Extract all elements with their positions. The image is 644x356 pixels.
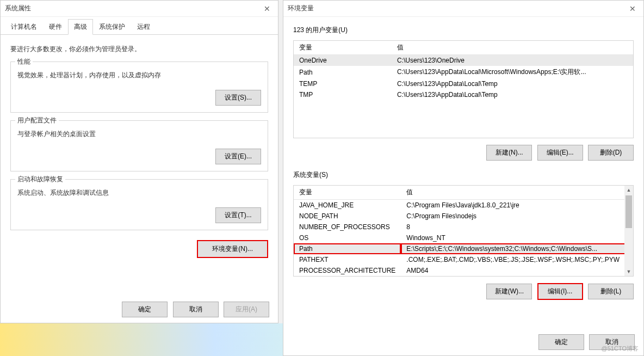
- sys-edit-button[interactable]: 编辑(I)...: [537, 283, 583, 300]
- titlebar: 环境变量 ✕: [283, 1, 643, 17]
- table-row[interactable]: JAVA_HOME_JREC:\Program Files\Java\jdk1.…: [294, 200, 633, 211]
- user-delete-button[interactable]: 删除(D): [588, 145, 634, 161]
- scroll-thumb[interactable]: [626, 195, 632, 228]
- group-desc: 视觉效果，处理器计划，内存使用，以及虚拟内存: [17, 71, 261, 80]
- admin-note: 要进行大多数更改，你必须作为管理员登录。: [10, 45, 268, 54]
- user-new-button[interactable]: 新建(N)...: [486, 145, 532, 161]
- scroll-up-icon[interactable]: ▲: [624, 186, 633, 194]
- var-value: Windows_NT: [401, 232, 633, 243]
- table-row[interactable]: OneDriveC:\Users\123\OneDrive: [294, 55, 633, 66]
- user-profile-group: 用户配置文件 与登录帐户相关的桌面设置 设置(E)...: [10, 120, 268, 171]
- tab-remote[interactable]: 远程: [131, 19, 156, 34]
- table-row[interactable]: PathE:\Scripts\;E:\;C:\Windows\system32;…: [294, 243, 633, 254]
- tab-protection[interactable]: 系统保护: [93, 19, 131, 34]
- watermark: @51CTO博客: [602, 345, 639, 353]
- ok-button[interactable]: 确定: [538, 334, 584, 350]
- user-edit-button[interactable]: 编辑(E)...: [537, 145, 583, 161]
- var-name: NODE_PATH: [294, 211, 401, 222]
- var-name: NUMBER_OF_PROCESSORS: [294, 222, 401, 232]
- table-row[interactable]: PATHEXT.COM;.EXE;.BAT;.CMD;.VBS;.VBE;.JS…: [294, 254, 633, 265]
- startup-group: 启动和故障恢复 系统启动、系统故障和调试信息 设置(T)...: [10, 179, 268, 230]
- col-variable[interactable]: 变量: [294, 186, 401, 200]
- env-variables-button[interactable]: 环境变量(N)...: [197, 240, 268, 258]
- tab-hardware[interactable]: 硬件: [43, 19, 68, 34]
- dialog-body: 要进行大多数更改，你必须作为管理员登录。 性能 视觉效果，处理器计划，内存使用，…: [1, 35, 278, 272]
- cancel-button[interactable]: 取消: [173, 302, 219, 317]
- titlebar: 系统属性 ✕: [1, 1, 278, 17]
- var-value: C:\Program Files\Java\jdk1.8.0_221\jre: [401, 200, 633, 211]
- var-value: C:\Users\123\AppData\Local\Microsoft\Win…: [392, 66, 633, 78]
- sys-vars-label: 系统变量(S): [293, 170, 634, 180]
- var-name: JAVA_HOME_JRE: [294, 200, 401, 211]
- system-properties-window: 系统属性 ✕ 计算机名 硬件 高级 系统保护 远程 要进行大多数更改，你必须作为…: [0, 0, 278, 323]
- group-desc: 系统启动、系统故障和调试信息: [17, 188, 261, 198]
- sys-vars-table[interactable]: 变量 值 JAVA_HOME_JREC:\Program Files\Java\…: [293, 185, 634, 277]
- dialog-button-row: 确定 取消 应用(A): [119, 302, 269, 317]
- profile-settings-button[interactable]: 设置(E)...: [215, 149, 261, 164]
- apply-button: 应用(A): [224, 302, 269, 317]
- user-vars-table[interactable]: 变量 值 OneDriveC:\Users\123\OneDrivePathC:…: [293, 40, 634, 138]
- group-legend: 启动和故障恢复: [15, 175, 65, 184]
- close-icon[interactable]: ✕: [261, 4, 274, 13]
- group-legend: 性能: [15, 57, 33, 66]
- startup-settings-button[interactable]: 设置(T)...: [215, 207, 261, 223]
- col-value[interactable]: 值: [401, 186, 633, 200]
- scroll-down-icon[interactable]: ▼: [624, 267, 633, 276]
- perf-settings-button[interactable]: 设置(S)...: [215, 90, 261, 106]
- group-desc: 与登录帐户相关的桌面设置: [17, 130, 261, 139]
- sys-new-button[interactable]: 新建(W)...: [486, 284, 532, 299]
- var-value: C:\Users\123\AppData\Local\Temp: [392, 78, 633, 89]
- var-name: OS: [294, 232, 401, 243]
- env-variables-window: 环境变量 ✕ 123 的用户变量(U) 变量 值 OneDriveC:\User…: [283, 0, 644, 356]
- ok-button[interactable]: 确定: [122, 302, 168, 317]
- window-title: 系统属性: [5, 4, 31, 13]
- var-name: Path: [294, 243, 401, 254]
- table-row[interactable]: TEMPC:\Users\123\AppData\Local\Temp: [294, 78, 633, 89]
- var-name: PROCESSOR_ARCHITECTURE: [294, 265, 401, 276]
- var-name: TMP: [294, 89, 392, 100]
- group-legend: 用户配置文件: [15, 116, 59, 125]
- col-variable[interactable]: 变量: [294, 41, 392, 55]
- var-value: .COM;.EXE;.BAT;.CMD;.VBS;.VBE;.JS;.JSE;.…: [401, 254, 633, 265]
- table-row[interactable]: TMPC:\Users\123\AppData\Local\Temp: [294, 89, 633, 100]
- table-row[interactable]: PathC:\Users\123\AppData\Local\Microsoft…: [294, 66, 633, 78]
- user-vars-label: 123 的用户变量(U): [293, 26, 634, 35]
- table-row[interactable]: OSWindows_NT: [294, 232, 633, 243]
- var-name: Path: [294, 66, 392, 78]
- table-row[interactable]: NUMBER_OF_PROCESSORS8: [294, 222, 633, 232]
- col-value[interactable]: 值: [392, 41, 633, 55]
- table-row[interactable]: NODE_PATHC:\Program Files\nodejs: [294, 211, 633, 222]
- var-value: AMD64: [401, 265, 633, 276]
- var-value: C:\Users\123\AppData\Local\Temp: [392, 89, 633, 100]
- user-vars-buttons: 新建(N)... 编辑(E)... 删除(D): [293, 145, 634, 161]
- close-icon[interactable]: ✕: [626, 4, 639, 13]
- user-vars-section: 123 的用户变量(U) 变量 值 OneDriveC:\Users\123\O…: [283, 17, 643, 315]
- tab-advanced[interactable]: 高级: [68, 19, 93, 35]
- var-value: 8: [401, 222, 633, 232]
- var-value: E:\Scripts\;E:\;C:\Windows\system32;C:\W…: [401, 243, 633, 254]
- scrollbar[interactable]: ▲ ▼: [624, 186, 633, 276]
- table-row[interactable]: PROCESSOR_ARCHITECTUREAMD64: [294, 265, 633, 276]
- var-value: C:\Users\123\OneDrive: [392, 55, 633, 66]
- tab-computer-name[interactable]: 计算机名: [5, 19, 43, 34]
- var-name: OneDrive: [294, 55, 392, 66]
- window-title: 环境变量: [288, 4, 314, 13]
- sys-delete-button[interactable]: 删除(L): [588, 284, 634, 299]
- performance-group: 性能 视觉效果，处理器计划，内存使用，以及虚拟内存 设置(S)...: [10, 62, 268, 113]
- tabbar: 计算机名 硬件 高级 系统保护 远程: [1, 17, 278, 35]
- var-value: C:\Program Files\nodejs: [401, 211, 633, 222]
- sys-vars-buttons: 新建(W)... 编辑(I)... 删除(L): [293, 283, 634, 300]
- var-name: TEMP: [294, 78, 392, 89]
- var-name: PATHEXT: [294, 254, 401, 265]
